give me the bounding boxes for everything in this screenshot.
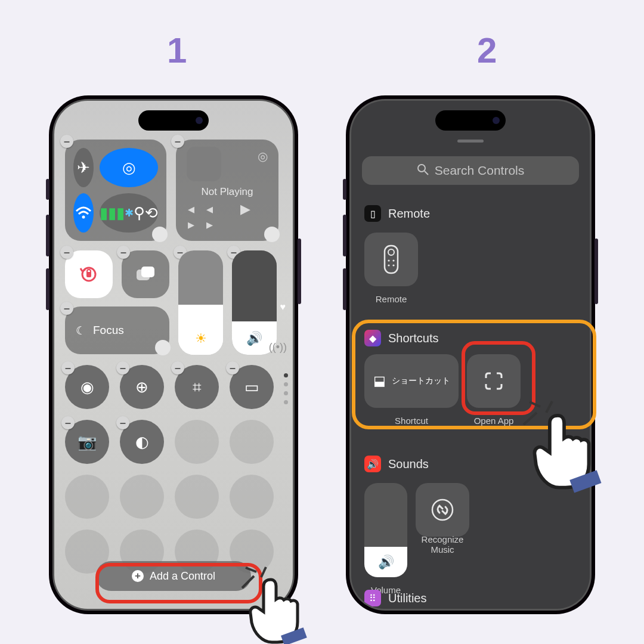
search-placeholder: Search Controls bbox=[435, 163, 525, 178]
airdrop-icon[interactable]: ◎ bbox=[100, 148, 158, 187]
remove-badge[interactable] bbox=[60, 135, 73, 148]
remove-badge[interactable] bbox=[60, 302, 73, 315]
shortcut-jp-label: ショートカット bbox=[392, 376, 450, 386]
speaker-icon: 🔊 bbox=[378, 555, 394, 570]
svg-point-9 bbox=[418, 165, 425, 172]
section-label: Sounds bbox=[388, 457, 429, 471]
shortcuts-section-icon: ◆ bbox=[364, 330, 381, 346]
wifi-icon[interactable] bbox=[73, 193, 94, 233]
section-label: Remote bbox=[388, 207, 430, 221]
focus-toggle[interactable]: ☾ Focus bbox=[65, 306, 169, 354]
moon-icon: ☾ bbox=[76, 324, 86, 338]
remote-section-icon: ▯ bbox=[364, 205, 381, 222]
screen-record-toggle[interactable]: ◉ bbox=[65, 365, 109, 409]
dark-mode-toggle[interactable]: ◐ bbox=[120, 420, 164, 464]
remote-control-card[interactable]: Remote bbox=[364, 233, 418, 286]
screen-mirroring-toggle[interactable] bbox=[122, 250, 169, 298]
add-control-label: Add a Control bbox=[150, 570, 215, 583]
low-power-toggle[interactable]: ▭ bbox=[230, 365, 274, 409]
remove-badge[interactable] bbox=[171, 135, 184, 148]
media-status: Not Playing bbox=[202, 186, 253, 198]
shazam-icon bbox=[431, 499, 454, 521]
open-app-card[interactable]: Open App bbox=[467, 354, 521, 408]
camera-toggle[interactable]: 📷 bbox=[65, 420, 109, 464]
empty-slot[interactable] bbox=[175, 475, 219, 519]
sounds-section-icon: 🔊 bbox=[364, 456, 381, 472]
svg-point-16 bbox=[392, 264, 394, 266]
speaker-icon: 🔊 bbox=[246, 331, 262, 346]
remove-badge[interactable] bbox=[117, 246, 130, 259]
svg-rect-8 bbox=[281, 627, 307, 644]
section-utilities: ⠿ Utilities bbox=[364, 590, 577, 606]
svg-point-12 bbox=[388, 249, 394, 255]
step-number-2: 2 bbox=[477, 30, 497, 71]
brightness-slider[interactable]: ☀ bbox=[178, 250, 223, 355]
add-control-button[interactable]: + Add a Control bbox=[96, 561, 251, 591]
volume-card[interactable]: 🔊 Volume bbox=[364, 483, 407, 577]
section-remote: ▯ Remote bbox=[364, 205, 577, 222]
empty-slot[interactable] bbox=[230, 475, 274, 519]
recognize-music-card[interactable]: RecognizeMusic bbox=[416, 483, 469, 537]
section-sounds: 🔊 Sounds bbox=[364, 456, 577, 472]
airplane-icon[interactable]: ✈ bbox=[73, 148, 94, 187]
shortcut-stack-icon: ⬓ bbox=[373, 373, 386, 389]
media-controls[interactable]: ◂◂ ▶ ▸▸ bbox=[188, 202, 271, 233]
phone-mockup-1: ✈ ◎ ▮▮▮✱ ⚲⟲ ◎ Not Playing ◂◂ ▶ ▸▸ bbox=[49, 95, 298, 614]
heart-icon: ♥ bbox=[280, 302, 286, 312]
empty-slot[interactable] bbox=[65, 475, 109, 519]
search-icon bbox=[417, 163, 429, 178]
rotation-lock-toggle[interactable] bbox=[65, 250, 113, 298]
remove-badge[interactable] bbox=[60, 246, 73, 259]
section-shortcuts: ◆ Shortcuts bbox=[364, 330, 577, 346]
shortcut-card[interactable]: ⬓ ショートカット Shortcut bbox=[364, 354, 459, 408]
card-label: RecognizeMusic bbox=[407, 534, 478, 555]
focus-label: Focus bbox=[93, 324, 124, 337]
cellular-bt-hotspot-icon[interactable]: ▮▮▮✱ ⚲⟲ bbox=[100, 193, 158, 233]
resize-grip[interactable] bbox=[264, 227, 280, 242]
signal-icon: ((•)) bbox=[269, 341, 287, 354]
svg-point-0 bbox=[82, 216, 85, 219]
resize-grip[interactable] bbox=[152, 227, 168, 242]
card-label: Shortcut bbox=[376, 416, 447, 426]
zoom-toggle[interactable]: ⊕ bbox=[120, 365, 164, 409]
open-app-icon bbox=[484, 371, 504, 391]
step-number-1: 1 bbox=[167, 30, 187, 71]
resize-grip[interactable] bbox=[155, 340, 171, 355]
card-label: Remote bbox=[355, 294, 427, 304]
empty-slot[interactable] bbox=[230, 420, 274, 464]
media-tile[interactable]: ◎ Not Playing ◂◂ ▶ ▸▸ bbox=[176, 140, 278, 241]
album-art-placeholder bbox=[187, 147, 221, 181]
dynamic-island bbox=[435, 110, 506, 131]
dynamic-island bbox=[138, 110, 209, 131]
brightness-icon: ☀ bbox=[195, 331, 207, 346]
volume-slider[interactable]: 🔊 bbox=[232, 250, 277, 355]
search-controls-field[interactable]: Search Controls bbox=[362, 156, 579, 185]
svg-point-13 bbox=[388, 259, 389, 261]
empty-slot[interactable] bbox=[175, 420, 219, 464]
svg-line-10 bbox=[425, 171, 428, 175]
section-label: Utilities bbox=[388, 592, 426, 605]
svg-point-14 bbox=[392, 259, 394, 261]
utilities-section-icon: ⠿ bbox=[364, 590, 381, 606]
connectivity-tile[interactable]: ✈ ◎ ▮▮▮✱ ⚲⟲ bbox=[65, 140, 166, 241]
page-dots[interactable] bbox=[284, 373, 288, 404]
sheet-grabber[interactable] bbox=[457, 140, 484, 143]
section-label: Shortcuts bbox=[388, 332, 438, 345]
airplay-icon[interactable]: ◎ bbox=[258, 149, 268, 163]
empty-slot[interactable] bbox=[120, 475, 164, 519]
svg-point-17 bbox=[432, 500, 453, 520]
svg-rect-4 bbox=[141, 267, 154, 277]
plus-icon: + bbox=[132, 570, 144, 582]
calculator-toggle[interactable]: ⌗ bbox=[175, 365, 219, 409]
card-label: Open App bbox=[458, 416, 530, 426]
phone-mockup-2: Search Controls ▯ Remote Remote ◆ Shortc… bbox=[346, 95, 595, 614]
svg-point-15 bbox=[388, 264, 389, 266]
